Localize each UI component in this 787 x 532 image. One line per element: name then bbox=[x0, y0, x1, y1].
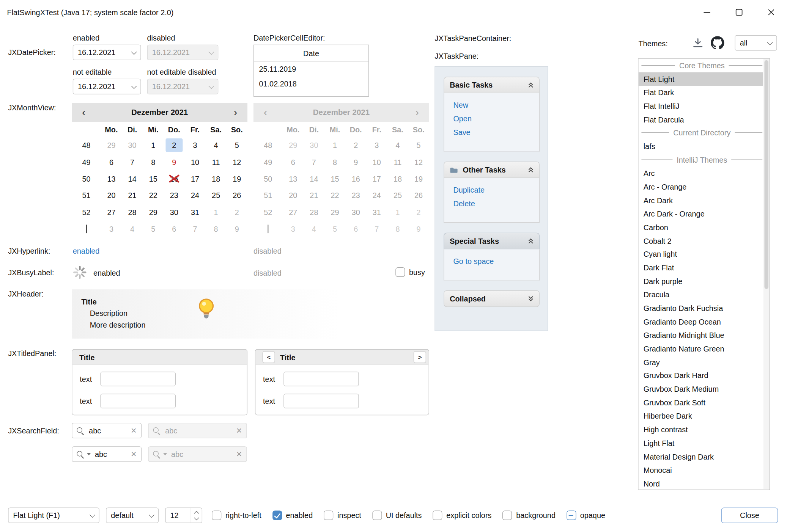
next-month-button[interactable]: › bbox=[231, 107, 239, 118]
task-link-save[interactable]: Save bbox=[453, 126, 539, 139]
day-cell[interactable]: 19 bbox=[227, 170, 247, 187]
day-cell[interactable]: 7 bbox=[184, 221, 205, 237]
day-cell[interactable]: 3 bbox=[184, 137, 205, 154]
day-cell[interactable]: 1 bbox=[143, 137, 164, 154]
theme-item-gruvbox-dark-hard[interactable]: Gruvbox Dark Hard bbox=[638, 369, 763, 383]
spinner-down-icon[interactable] bbox=[194, 515, 199, 520]
day-cell[interactable]: 4 bbox=[206, 137, 227, 154]
theme-item-flat-light[interactable]: Flat Light bbox=[638, 72, 763, 86]
searchfield-menu-enabled[interactable]: abc × bbox=[72, 446, 142, 462]
day-cell[interactable]: 4 bbox=[122, 221, 143, 237]
font-combobox[interactable]: default bbox=[106, 508, 159, 523]
day-cell[interactable]: 27 bbox=[101, 204, 122, 221]
datepicker-dropdown-button[interactable] bbox=[127, 85, 140, 89]
day-cell[interactable]: 18 bbox=[206, 170, 227, 187]
text-input[interactable] bbox=[101, 372, 176, 386]
table-row[interactable]: 25.11.2019 bbox=[254, 62, 368, 76]
theme-item-gruvbox-dark-soft[interactable]: Gruvbox Dark Soft bbox=[638, 396, 763, 410]
theme-item-cyan-light[interactable]: Cyan light bbox=[638, 248, 763, 261]
datepicker-enabled-field[interactable]: 16.12.2021 bbox=[73, 45, 141, 60]
checkbox-inspect[interactable]: inspect bbox=[324, 511, 361, 520]
table-column-header[interactable]: Date bbox=[254, 45, 368, 62]
day-cell[interactable]: 15 bbox=[143, 170, 164, 187]
theme-item-arc-dark-orange[interactable]: Arc Dark - Orange bbox=[638, 207, 763, 221]
theme-item-dark-purple[interactable]: Dark purple bbox=[638, 275, 763, 288]
datepicker-noteditable-field[interactable]: 16.12.2021 bbox=[73, 79, 141, 94]
theme-item-gray[interactable]: Gray bbox=[638, 355, 763, 369]
day-cell[interactable]: 20 bbox=[101, 187, 122, 204]
combo-arrow[interactable] bbox=[763, 41, 776, 45]
searchfield-enabled[interactable]: abc × bbox=[72, 423, 142, 438]
combo-arrow[interactable] bbox=[145, 513, 158, 518]
theme-item-gradianto-deep-ocean[interactable]: Gradianto Deep Ocean bbox=[638, 315, 763, 329]
maximize-button[interactable] bbox=[723, 0, 755, 24]
theme-item-cobalt-2[interactable]: Cobalt 2 bbox=[638, 234, 763, 248]
theme-item-gradianto-midnight-blue[interactable]: Gradianto Midnight Blue bbox=[638, 328, 763, 342]
table-row[interactable]: 01.02.2018 bbox=[254, 76, 368, 91]
theme-item-light-flat[interactable]: Light Flat bbox=[638, 436, 763, 450]
scrollbar-thumb[interactable] bbox=[764, 60, 768, 289]
checkbox-ui-defaults[interactable]: UI defaults bbox=[372, 511, 422, 520]
theme-item-dracula[interactable]: Dracula bbox=[638, 288, 763, 301]
day-cell[interactable]: 9 bbox=[227, 221, 247, 237]
checkbox-explicit-colors[interactable]: explicit colors bbox=[433, 511, 492, 520]
theme-item-high-contrast[interactable]: High contrast bbox=[638, 423, 763, 436]
theme-item-flat-dark[interactable]: Flat Dark bbox=[638, 86, 763, 99]
day-cell[interactable]: 24 bbox=[184, 187, 205, 204]
download-themes-button[interactable] bbox=[692, 38, 704, 50]
taskpane-title-basic-tasks[interactable]: Basic Tasks bbox=[444, 77, 540, 93]
theme-item-material-design-dark[interactable]: Material Design Dark bbox=[638, 450, 763, 463]
task-link-delete[interactable]: Delete bbox=[453, 196, 539, 210]
theme-item-lafs[interactable]: lafs bbox=[638, 140, 763, 153]
day-cell[interactable]: 21 bbox=[122, 187, 143, 204]
day-cell[interactable]: 5 bbox=[143, 221, 164, 237]
busy-checkbox[interactable]: busy bbox=[395, 267, 425, 277]
theme-item-hiberbee-dark[interactable]: Hiberbee Dark bbox=[638, 410, 763, 423]
text-input[interactable] bbox=[283, 394, 359, 408]
taskpane-title-other-tasks[interactable]: Other Tasks bbox=[444, 162, 540, 178]
theme-item-nord[interactable]: Nord bbox=[638, 477, 763, 490]
day-cell[interactable]: 2 bbox=[164, 137, 184, 154]
checkbox-right-to-left[interactable]: right-to-left bbox=[212, 511, 261, 520]
scrollbar[interactable] bbox=[763, 59, 769, 489]
font-size-spinner[interactable]: 12 bbox=[165, 508, 202, 523]
day-cell[interactable]: 1 bbox=[206, 204, 227, 221]
close-window-button[interactable] bbox=[755, 0, 787, 24]
chevron-down-icon[interactable] bbox=[87, 453, 91, 455]
day-cell[interactable]: 9 bbox=[164, 154, 184, 170]
theme-item-dark-flat[interactable]: Dark Flat bbox=[638, 261, 763, 275]
laf-combobox[interactable]: Flat Light (F1) bbox=[8, 508, 99, 523]
day-cell[interactable]: 6 bbox=[164, 221, 184, 237]
task-link-duplicate[interactable]: Duplicate bbox=[453, 183, 539, 197]
day-cell[interactable]: 10 bbox=[184, 154, 205, 170]
text-input[interactable] bbox=[283, 372, 359, 386]
day-cell[interactable]: 14 bbox=[122, 170, 143, 187]
titledpanel-left-button[interactable]: < bbox=[263, 351, 275, 363]
day-cell[interactable]: 22 bbox=[143, 187, 164, 204]
task-link-go-to-space[interactable]: Go to space bbox=[453, 254, 539, 268]
theme-item-arc-dark[interactable]: Arc Dark bbox=[638, 193, 763, 207]
day-cell[interactable]: 17 bbox=[184, 170, 205, 187]
day-cell[interactable]: 30 bbox=[164, 204, 184, 221]
theme-item-gradianto-nature-green[interactable]: Gradianto Nature Green bbox=[638, 342, 763, 356]
day-cell[interactable]: 8 bbox=[206, 221, 227, 237]
day-cell[interactable]: 25 bbox=[206, 187, 227, 204]
search-input[interactable]: abc bbox=[95, 450, 127, 458]
day-cell[interactable]: 13 bbox=[101, 170, 122, 187]
task-link-open[interactable]: Open bbox=[453, 112, 539, 126]
day-cell[interactable]: 23 bbox=[164, 187, 184, 204]
close-button[interactable]: Close bbox=[721, 508, 778, 523]
spinner-buttons[interactable] bbox=[191, 508, 202, 523]
spinner-up-icon[interactable] bbox=[194, 511, 199, 516]
day-cell[interactable]: 6 bbox=[101, 154, 122, 170]
day-cell[interactable]: 28 bbox=[122, 204, 143, 221]
prev-month-button[interactable]: ‹ bbox=[80, 107, 88, 118]
theme-item-monocai[interactable]: Monocai bbox=[638, 463, 763, 477]
task-link-new[interactable]: New bbox=[453, 98, 539, 112]
github-button[interactable] bbox=[711, 36, 724, 51]
theme-item-flat-darcula[interactable]: Flat Darcula bbox=[638, 113, 763, 126]
day-cell[interactable]: 11 bbox=[206, 154, 227, 170]
day-cell[interactable]: 16 bbox=[164, 170, 184, 187]
combo-arrow[interactable] bbox=[86, 513, 99, 518]
day-cell[interactable]: 7 bbox=[122, 154, 143, 170]
